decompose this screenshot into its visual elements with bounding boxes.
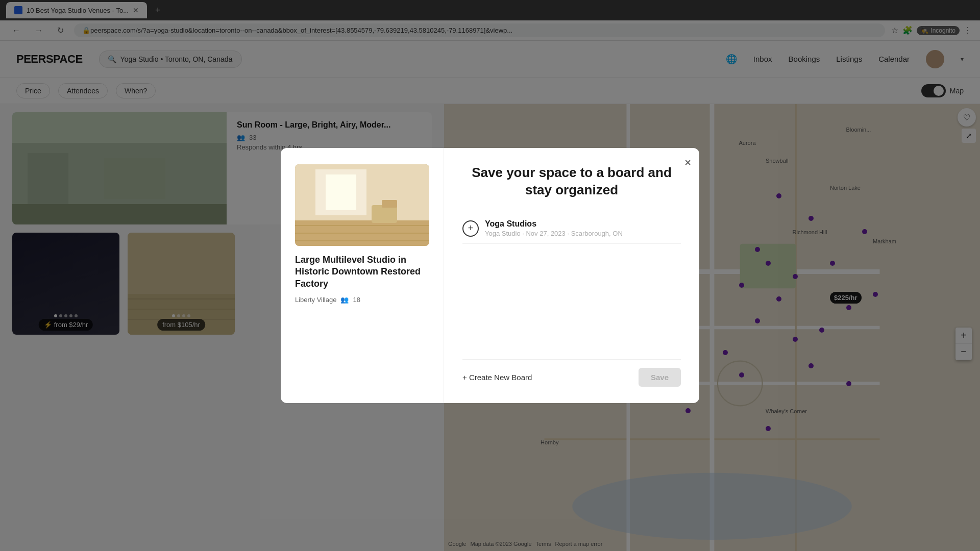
modal-title: Save your space to a board and stay orga…	[462, 164, 681, 199]
modal-listing-image	[295, 164, 429, 246]
board-item-yoga-studios[interactable]: + Yoga Studios Yoga Studio · Nov 27, 202…	[462, 213, 681, 244]
people-icon-modal: 👥	[340, 296, 349, 304]
svg-rect-33	[372, 205, 397, 223]
modal-listing-title: Large Multilevel Studio in Historic Down…	[295, 254, 429, 290]
save-board-modal: ×	[281, 148, 699, 403]
save-button[interactable]: Save	[639, 368, 681, 387]
modal-listing-meta: Liberty Village 👥 18	[295, 296, 429, 304]
board-meta: Yoga Studio · Nov 27, 2023 · Scarborough…	[485, 230, 623, 237]
modal-close-button[interactable]: ×	[684, 156, 691, 169]
svg-rect-28	[326, 174, 356, 210]
board-add-icon[interactable]: +	[462, 220, 479, 237]
modal-overlay[interactable]: ×	[0, 0, 980, 551]
modal-left-panel: Large Multilevel Studio in Historic Down…	[281, 148, 444, 403]
board-item-info: Yoga Studios Yoga Studio · Nov 27, 2023 …	[485, 219, 623, 237]
create-board-button[interactable]: + Create New Board	[462, 373, 532, 382]
modal-footer: + Create New Board Save	[462, 359, 681, 387]
modal-location: Liberty Village	[295, 296, 336, 304]
modal-right-panel: Save your space to a board and stay orga…	[444, 148, 699, 403]
board-name: Yoga Studios	[485, 219, 623, 229]
modal-capacity: 18	[353, 296, 360, 304]
svg-rect-34	[382, 200, 397, 208]
